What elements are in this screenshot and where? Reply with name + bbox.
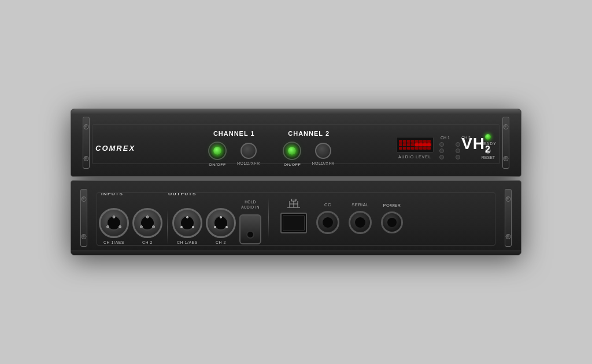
main-divider <box>268 198 269 238</box>
power-port-item: POWER <box>381 203 403 233</box>
output-ch2-connector: CH 2 <box>206 208 236 244</box>
serial-label: SERIAL <box>352 202 369 207</box>
ch1-hold-group: HOLD/XFR <box>237 143 260 165</box>
led-cell <box>411 143 415 146</box>
ch1-onoff-label: ON/OFF <box>209 162 225 166</box>
serial-port-item: SERIAL <box>349 202 372 234</box>
output-ch1-connector: CH 1/AES <box>172 208 202 244</box>
ch1-indicator-label: CH 1 <box>439 136 451 140</box>
power-connector <box>381 211 403 233</box>
xlr-female-ch1 <box>99 208 129 238</box>
right-ports: CC SERIAL POWER <box>280 199 403 237</box>
connectors-row: CH 1/AES CH 2 <box>99 200 261 244</box>
led-cell <box>399 140 402 143</box>
rack-ear-right <box>502 117 509 169</box>
back-main: INPUTS OUTPUTS CH 1/AES <box>94 188 498 248</box>
xlr-male-ch1 <box>172 208 202 238</box>
trs-jack <box>239 214 261 244</box>
divider <box>167 210 168 244</box>
device-container: COMREX CHANNEL 1 ON/OFF HOLD/XFR <box>71 109 521 255</box>
ch2-onoff-group: ON/OFF <box>283 142 301 166</box>
front-panel: COMREX CHANNEL 1 ON/OFF HOLD/XFR <box>71 109 521 177</box>
input-ch2-connector: CH 2 <box>132 208 162 244</box>
ch2-hold-group: HOLD/XFR <box>312 143 334 165</box>
led-cell <box>407 143 410 146</box>
led-cell <box>419 140 423 143</box>
pin-br <box>192 226 194 228</box>
led-cell <box>403 140 406 143</box>
pin-top <box>113 216 116 218</box>
cc-label: CC <box>324 202 331 207</box>
ch2-dot-3 <box>456 155 460 159</box>
channel1-label: CHANNEL 1 <box>213 130 255 137</box>
led-cell <box>415 147 419 150</box>
io-labels: INPUTS OUTPUTS <box>99 191 261 196</box>
pin-bl <box>140 225 143 228</box>
xlr-male-ch2 <box>206 208 236 238</box>
ethernet-port <box>280 213 307 233</box>
pin-top <box>146 216 149 218</box>
led-cell <box>411 147 415 150</box>
ch1-dot-1 <box>439 142 444 147</box>
xlr-female-ch2 <box>132 208 162 238</box>
channel2-block: CHANNEL 2 ON/OFF HOLD/XFR <box>271 130 346 166</box>
led-cell <box>427 147 431 150</box>
led-cell <box>403 147 406 150</box>
ethernet-icon <box>287 199 300 209</box>
led-cell <box>419 143 423 146</box>
back-panel: INPUTS OUTPUTS CH 1/AES <box>71 180 521 255</box>
led-cell <box>415 143 419 146</box>
cc-port-item: CC <box>316 202 339 234</box>
led-cell <box>427 140 431 143</box>
led-cell <box>415 140 419 143</box>
ch2-onoff-button[interactable] <box>283 142 301 160</box>
reset-label: RESET <box>482 155 495 159</box>
led-cell <box>423 147 427 150</box>
pin-top <box>186 216 188 218</box>
brand-logo: COMREX <box>95 144 135 153</box>
io-section: INPUTS OUTPUTS CH 1/AES <box>99 191 261 244</box>
back-rack-ear-left <box>80 189 87 247</box>
pin-br <box>225 226 228 228</box>
ch1-hold-label: HOLD/XFR <box>237 161 260 165</box>
input-ch2-label: CH 2 <box>142 240 153 244</box>
ch2-dot-2 <box>456 148 460 153</box>
channel1-buttons: ON/OFF HOLD/XFR <box>208 142 260 166</box>
output-ch1-label: CH 1/AES <box>177 240 198 244</box>
ch2-hold-button[interactable] <box>315 143 331 159</box>
ethernet-port-item <box>280 199 307 237</box>
ch1-onoff-group: ON/OFF <box>208 142 227 166</box>
cc-din-port <box>316 211 339 234</box>
channel2-buttons: ON/OFF HOLD/XFR <box>283 142 334 166</box>
output-ch2-label: CH 2 <box>216 240 226 244</box>
ch1-dot-3 <box>439 155 444 159</box>
power-label: POWER <box>383 203 401 208</box>
channel2-label: CHANNEL 2 <box>288 130 330 137</box>
led-cell <box>407 140 410 143</box>
serial-din-port <box>349 211 372 234</box>
pin-bl <box>180 226 183 228</box>
pin-bl <box>214 226 216 228</box>
led-cell <box>407 147 410 150</box>
pin-bl <box>106 225 109 228</box>
ch1-hold-button[interactable] <box>240 143 257 159</box>
ch1-onoff-button[interactable] <box>208 142 227 160</box>
ch2-hold-label: HOLD/XFR <box>312 161 334 165</box>
channel1-block: CHANNEL 1 ON/OFF HOLD/XFR <box>197 130 271 166</box>
led-cell <box>427 143 431 146</box>
svg-rect-0 <box>291 199 296 201</box>
ch2-dot-1 <box>456 142 460 147</box>
audio-level-section: AUDIO LEVEL <box>396 137 434 159</box>
led-cell <box>411 140 415 143</box>
input-ch1-label: CH 1/AES <box>103 240 124 244</box>
led-cell <box>423 140 427 143</box>
pin-top <box>220 216 222 218</box>
input-ch1-connector: CH 1/AES <box>99 208 129 244</box>
led-cell <box>419 147 423 150</box>
pin-br <box>152 225 155 228</box>
outputs-label: OUTPUTS <box>168 191 226 196</box>
led-cell <box>423 143 427 146</box>
model-name: VH2 <box>461 135 491 155</box>
front-main: COMREX CHANNEL 1 ON/OFF HOLD/XFR <box>90 120 502 166</box>
led-cell <box>399 143 402 146</box>
